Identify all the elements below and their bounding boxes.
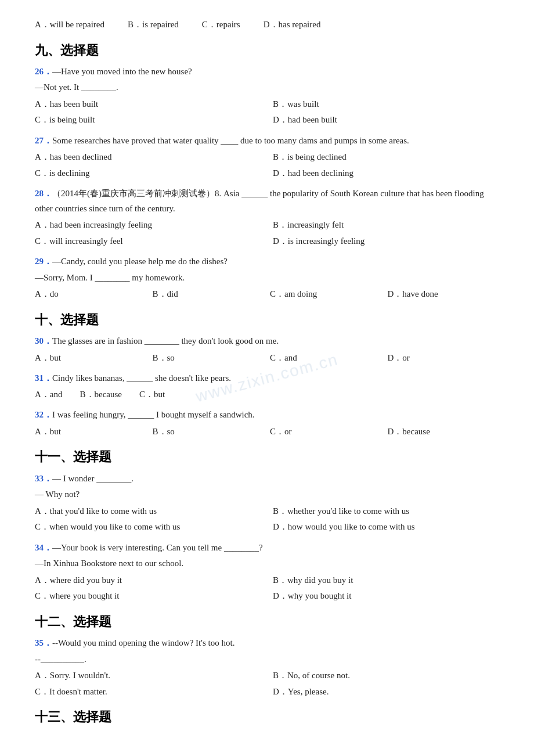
option-section10-1-2: C．but (139, 387, 165, 402)
section-header-section11: 十一、选择题 (35, 446, 499, 467)
option-section9-0-0: A．has been built (35, 97, 261, 112)
option-section12-0-2: C．It doesn't matter. (35, 685, 261, 700)
option-section12-0-0: A．Sorry. I wouldn't. (35, 668, 261, 683)
question-text-section9-0-0: 26．—Have you moved into the new house? (35, 64, 499, 80)
top-option-c: C．repairs (202, 17, 240, 33)
option-section12-0-3: D．Yes, please. (273, 685, 499, 700)
question-text-section9-3-1: —Sorry, Mom. I ________ my homework. (35, 271, 499, 286)
question-text-section11-1-0: 34．—Your book is very interesting. Can y… (35, 541, 499, 556)
option-section9-1-2: C．is declining (35, 166, 261, 181)
options-section10-2: A．butB．soC．orD．because (35, 424, 499, 440)
question-block-section10-0: 30．The glasses are in fashion ________ t… (35, 334, 499, 365)
option-section10-0-0: A．but (35, 351, 147, 366)
question-num-section9-0: 26． (35, 67, 52, 76)
section-header-section10: 十、选择题 (35, 309, 499, 330)
option-section10-2-1: B．so (153, 424, 265, 440)
option-section10-1-1: B．because (80, 387, 122, 402)
option-section9-0-1: B．was built (273, 97, 499, 112)
top-option-d: D．has repaired (264, 17, 321, 33)
top-option-b: B．is repaired (128, 17, 179, 33)
question-num-section10-0: 30． (35, 336, 52, 345)
options-section9-3: A．doB．didC．am doingD．have done (35, 287, 499, 302)
option-section11-0-3: D．how would you like to come with us (273, 520, 499, 535)
question-block-section9-1: 27．Some researches have proved that wate… (35, 134, 499, 181)
option-section9-1-1: B．is being declined (273, 150, 499, 165)
question-text-section10-2-0: 32．I was feeling hungry, ______ I bought… (35, 408, 499, 423)
options-section9-1: A．has been declinedB．is being declinedC．… (35, 150, 499, 181)
option-section9-2-1: B．increasingly felt (273, 218, 499, 233)
question-num-section9-3: 29． (35, 257, 52, 266)
option-section10-2-0: A．but (35, 424, 147, 440)
option-section9-1-3: D．had been declining (273, 166, 499, 181)
option-section9-2-0: A．had been increasingly feeling (35, 218, 261, 233)
option-section10-2-2: C．or (270, 424, 382, 440)
option-section11-1-1: B．why did you buy it (273, 573, 499, 588)
option-section11-1-0: A．where did you buy it (35, 573, 261, 588)
question-block-section11-1: 34．—Your book is very interesting. Can y… (35, 541, 499, 604)
question-text-section9-1-0: 27．Some researches have proved that wate… (35, 134, 499, 149)
option-section12-0-1: B．No, of course not. (273, 668, 499, 683)
section-header-section13: 十三、选择题 (35, 706, 499, 728)
option-section11-0-2: C．when would you like to come with us (35, 520, 261, 535)
option-section10-1-0: A．and (35, 387, 63, 402)
question-block-section9-0: 26．—Have you moved into the new house?—N… (35, 64, 499, 128)
options-section10-1: A．andB．becauseC．but (35, 387, 499, 402)
options-section10-0: A．butB．soC．andD．or (35, 351, 499, 366)
top-option-a: A．will be repaired (35, 17, 104, 33)
option-section10-0-2: C．and (270, 351, 382, 366)
option-section9-0-2: C．is being built (35, 113, 261, 128)
option-section9-3-0: A．do (35, 287, 147, 302)
question-num-section11-1: 34． (35, 543, 52, 552)
question-block-section11-0: 33．— I wonder ________.— Why not?A．that … (35, 471, 499, 535)
option-section11-1-2: C．where you bought it (35, 589, 261, 604)
question-num-section10-2: 32． (35, 410, 52, 419)
option-section11-0-0: A．that you'd like to come with us (35, 504, 261, 519)
option-section10-0-3: D．or (388, 351, 500, 366)
option-section9-2-3: D．is increasingly feeling (273, 234, 499, 249)
option-section9-3-2: C．am doing (270, 287, 382, 302)
option-section9-0-3: D．had been built (273, 113, 499, 128)
options-section12-0: A．Sorry. I wouldn't.B．No, of course not.… (35, 668, 499, 699)
question-text-section11-1-1: —In Xinhua Bookstore next to our school. (35, 556, 499, 571)
question-num-section10-1: 31． (35, 373, 52, 383)
option-section9-2-2: C．will increasingly feel (35, 234, 261, 249)
question-text-section9-3-0: 29．—Candy, could you please help me do t… (35, 254, 499, 269)
option-section11-1-3: D．why you bought it (273, 589, 499, 604)
option-section10-0-1: B．so (153, 351, 265, 366)
option-section10-2-3: D．because (388, 424, 500, 440)
question-text-section10-1-0: 31．Cindy likes bananas, ______ she doesn… (35, 371, 499, 386)
section-header-section9: 九、选择题 (35, 39, 499, 61)
question-num-section11-0: 33． (35, 474, 52, 483)
question-text-section9-0-1: —Not yet. It ________. (35, 80, 499, 95)
question-num-section12-0: 35． (35, 638, 52, 647)
option-section9-3-1: B．did (153, 287, 265, 302)
question-block-section10-1: 31．Cindy likes bananas, ______ she doesn… (35, 371, 499, 402)
question-num-section9-1: 27． (35, 136, 52, 145)
question-block-section9-2: 28．（2014年(春)重庆市高三考前冲刺测试卷）8. Asia ______ … (35, 186, 499, 249)
option-section9-1-0: A．has been declined (35, 150, 261, 165)
question-text-section11-0-1: — Why not? (35, 487, 499, 502)
question-text-section12-0-0: 35．--Would you mind opening the window? … (35, 636, 499, 651)
question-num-section9-2: 28． (35, 189, 52, 198)
option-section9-3-3: D．have done (388, 287, 500, 302)
options-section11-0: A．that you'd like to come with usB．wheth… (35, 504, 499, 535)
question-text-section9-2-0: 28．（2014年(春)重庆市高三考前冲刺测试卷）8. Asia ______ … (35, 186, 499, 216)
option-section11-0-1: B．whether you'd like to come with us (273, 504, 499, 519)
question-block-section10-2: 32．I was feeling hungry, ______ I bought… (35, 408, 499, 439)
top-options-row: A．will be repaired B．is repaired C．repai… (35, 17, 499, 33)
question-text-section12-0-1: --__________. (35, 652, 499, 667)
options-section11-1: A．where did you buy itB．why did you buy … (35, 573, 499, 604)
options-section9-0: A．has been builtB．was builtC．is being bu… (35, 97, 499, 128)
question-text-section10-0-0: 30．The glasses are in fashion ________ t… (35, 334, 499, 349)
main-content: 九、选择题26．—Have you moved into the new hou… (35, 39, 499, 728)
section-header-section12: 十二、选择题 (35, 611, 499, 632)
question-block-section12-0: 35．--Would you mind opening the window? … (35, 636, 499, 699)
options-section9-2: A．had been increasingly feelingB．increas… (35, 218, 499, 249)
question-text-section11-0-0: 33．— I wonder ________. (35, 471, 499, 487)
question-block-section9-3: 29．—Candy, could you please help me do t… (35, 254, 499, 302)
